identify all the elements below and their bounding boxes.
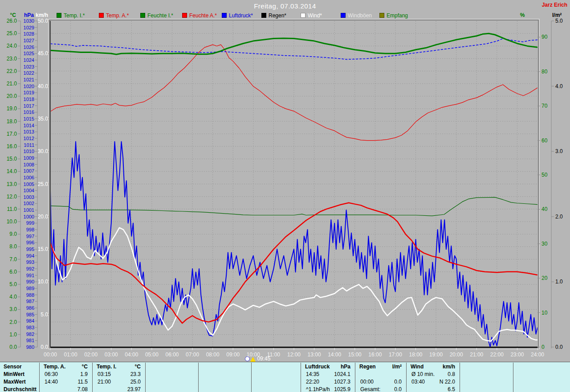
row-label: MinWert <box>4 371 24 378</box>
tick-temp_c: 10.0 <box>7 218 17 225</box>
tick-kmh: 15.0 <box>38 246 49 252</box>
tick-hpa: 1025 <box>24 51 34 56</box>
tick-kmh: 25.0 <box>38 181 49 187</box>
tick-hpa: 987 <box>26 299 34 304</box>
tick-hpa: 1015 <box>24 116 34 121</box>
tick-hpa: 999 <box>26 220 34 226</box>
tick-hpa: 1027 <box>24 38 34 43</box>
tick-hpa: 1018 <box>24 97 34 102</box>
tick-hpa: 1006 <box>24 175 34 180</box>
tick-percent: 80 <box>542 69 548 75</box>
tick-kmh: 50.0 <box>38 18 49 24</box>
cell-temp_a-max-value: 11.5 <box>39 378 88 386</box>
weather-day-view: Freitag, 07.03.2014 Jarz Erich °C hPa km… <box>0 0 570 392</box>
cell-luftdruck-min-value: 1024.1 <box>301 371 350 378</box>
tick-hpa: 1001 <box>24 207 34 213</box>
cell-wind-avg-value: 6.5 <box>406 386 455 392</box>
x-tick-label: 22:00 <box>490 352 504 358</box>
tick-temp_c: 7.0 <box>9 256 17 263</box>
tick-temp_c: 14.0 <box>7 168 17 174</box>
tick-temp_c: 1.0 <box>9 331 17 338</box>
cell-regen-max-value: 0.0 <box>355 378 402 386</box>
tick-hpa: 983 <box>26 325 34 330</box>
tick-temp_c: 9.0 <box>9 231 17 237</box>
cell-wind-min-value: 0.8 <box>406 371 455 378</box>
x-tick-label: 14:00 <box>328 352 341 358</box>
tick-hpa: 994 <box>26 253 34 259</box>
tick-percent: 10 <box>542 310 548 316</box>
x-tick-label: 24:00 <box>531 352 544 358</box>
x-tick-label: 23:00 <box>510 352 524 358</box>
cell-temp_i-min-value: 23.3 <box>92 371 141 378</box>
tick-temp_c: 22.0 <box>7 68 17 74</box>
tick-hpa: 1005 <box>24 182 34 187</box>
daylight-icon <box>245 356 250 361</box>
tick-hpa: 980 <box>26 344 34 350</box>
x-tick-label: 17:00 <box>389 352 402 358</box>
tick-temp_c: 19.0 <box>7 105 17 112</box>
cell-temp_i-avg-value: 23.97 <box>92 386 141 392</box>
tick-temp_c: 20.0 <box>7 93 17 99</box>
cell-luftdruck-max-value: 1027.3 <box>301 378 350 386</box>
tick-percent: 30 <box>542 241 548 247</box>
x-tick-label: 12:00 <box>287 352 301 358</box>
tick-hpa: 1011 <box>24 142 34 148</box>
series-temp_a <box>50 203 537 323</box>
tick-temp_c: 24.0 <box>7 43 17 49</box>
x-tick-label: 03:00 <box>105 352 118 358</box>
table-divider <box>251 363 252 392</box>
tick-percent: 0 <box>542 344 545 350</box>
marker-time: 09:45 <box>257 356 270 362</box>
tick-hpa: 995 <box>26 247 34 252</box>
tick-percent: 20 <box>542 275 548 281</box>
tick-temp_c: 11.0 <box>7 206 17 212</box>
tick-hpa: 998 <box>26 227 34 232</box>
axis-temp-c <box>18 21 20 347</box>
tick-hpa: 992 <box>26 266 34 271</box>
table-divider <box>460 363 460 392</box>
tick-hpa: 997 <box>26 234 34 239</box>
col-unit-temp_a: °C <box>39 363 88 371</box>
x-tick-label: 18:00 <box>409 352 422 358</box>
tick-kmh: 30.0 <box>38 148 49 154</box>
x-tick-label: 20:00 <box>450 352 463 358</box>
tick-temp_c: 16.0 <box>7 143 17 150</box>
cell-regen-avg-value: 0.0 <box>355 386 402 392</box>
cell-luftdruck-avg-value: 1025.9 <box>301 386 350 392</box>
tick-hpa: 1010 <box>24 149 34 154</box>
tick-hpa: 985 <box>26 312 34 317</box>
tick-hpa: 991 <box>26 273 34 278</box>
row-label: Sensor <box>4 363 22 371</box>
tick-temp_c: 13.0 <box>7 181 17 187</box>
tick-hpa: 1017 <box>24 103 34 109</box>
col-unit-regen: l/m² <box>355 363 402 371</box>
tick-kmh: 45.0 <box>38 50 49 57</box>
tick-hpa: 1004 <box>24 188 34 193</box>
tick-hpa: 1007 <box>24 168 34 174</box>
chart-canvas[interactable]: 0.01.02.03.04.05.06.07.08.09.010.011.012… <box>0 0 570 362</box>
x-tick-label: 02:00 <box>84 352 98 358</box>
tick-lm2: 4.0 <box>555 83 563 89</box>
tick-hpa: 1024 <box>24 57 34 63</box>
col-unit-luftdruck: hPa <box>301 363 350 371</box>
tick-hpa: 1023 <box>24 64 34 69</box>
tick-temp_c: 4.0 <box>9 294 17 300</box>
x-tick-label: 04:00 <box>125 352 138 358</box>
x-tick-label: 09:00 <box>226 352 240 358</box>
tick-hpa: 1020 <box>24 84 34 89</box>
x-tick-label: 08:00 <box>206 352 220 358</box>
tick-hpa: 1008 <box>24 162 34 167</box>
table-divider <box>198 363 199 392</box>
tick-hpa: 984 <box>26 318 34 323</box>
tick-hpa: 1026 <box>24 44 34 50</box>
x-tick-label: 21:00 <box>470 352 483 358</box>
tick-percent: 40 <box>542 206 548 212</box>
tick-percent: 90 <box>542 34 548 40</box>
x-tick-label: 19:00 <box>429 352 443 358</box>
tick-hpa: 1021 <box>24 77 34 82</box>
tick-hpa: 996 <box>26 240 34 245</box>
cell-wind-max-value: N 22.0 <box>406 378 455 386</box>
tick-hpa: 1030 <box>24 18 34 24</box>
warning-icon <box>250 357 256 362</box>
tick-hpa: 1014 <box>24 123 34 128</box>
